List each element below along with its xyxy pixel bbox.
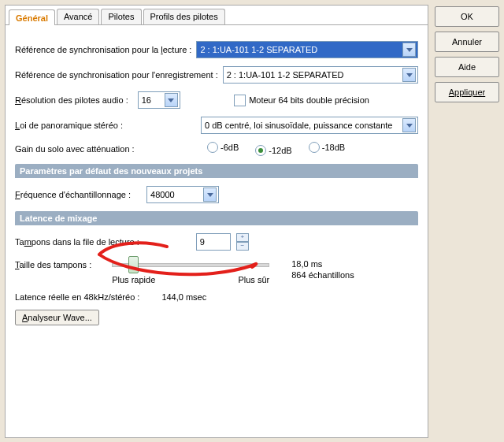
section-mix-latency: Latence de mixage — [15, 211, 418, 225]
tab-bar: Général Avancé Pilotes Profils des pilot… — [6, 6, 428, 25]
pan-law-value: 0 dB centré, loi sinusoïdale, puissance … — [205, 121, 392, 130]
record-sync-label: Référence de synchronisation pour l'enre… — [15, 70, 218, 80]
engine-64bit-label: Moteur 64 bits double précision — [249, 95, 369, 105]
main-panel: Général Avancé Pilotes Profils des pilot… — [5, 5, 428, 438]
tab-advanced[interactable]: Avancé — [57, 9, 100, 24]
buffer-size-slider[interactable] — [112, 263, 269, 267]
slider-thumb[interactable] — [128, 256, 139, 273]
sample-rate-label: Fréquence d'échantillonnage : — [15, 190, 131, 199]
buffer-faster-label: Plus rapide — [112, 275, 155, 284]
buffer-samples-label: 864 échantillons — [291, 269, 354, 280]
buffer-size-label: Taille des tampons : — [15, 260, 91, 269]
record-sync-select[interactable]: 2 : 1:UA-101 1-2 SEPARATED — [223, 66, 418, 84]
cancel-button[interactable]: Annuler — [435, 32, 499, 52]
side-buttons: OK Annuler Aide Appliquer — [435, 5, 499, 438]
queue-buffers-spinner[interactable]: +− — [236, 233, 249, 251]
tab-profiles[interactable]: Profils des pilotes — [143, 9, 225, 24]
bit-depth-value: 16 — [142, 95, 151, 105]
engine-64bit-checkbox[interactable]: Moteur 64 bits double précision — [234, 95, 369, 106]
section-project-defaults: Paramètres par défaut des nouveaux proje… — [15, 164, 418, 178]
chevron-down-icon — [402, 43, 416, 57]
chevron-down-icon — [165, 93, 178, 107]
pan-law-select[interactable]: 0 dB centré, loi sinusoïdale, puissance … — [201, 117, 418, 134]
buffer-safer-label: Plus sûr — [238, 275, 269, 284]
apply-button[interactable]: Appliquer — [435, 82, 499, 102]
chevron-down-icon — [203, 188, 217, 202]
playback-sync-label: Référence de synchronisation pour la lec… — [15, 45, 191, 54]
wave-analyser-button[interactable]: Analyseur Wave... — [15, 310, 99, 325]
chevron-down-icon — [402, 68, 416, 82]
solo-gain-radio-6db[interactable]: -6dB — [207, 142, 239, 153]
record-sync-value: 2 : 1:UA-101 1-2 SEPARATED — [227, 70, 344, 80]
playback-sync-value: 2 : 1:UA-101 1-2 SEPARATED — [200, 45, 317, 54]
solo-gain-radio-18db[interactable]: -18dB — [309, 142, 345, 153]
tab-general[interactable]: Général — [9, 9, 55, 25]
queue-buffers-input[interactable]: 9 — [196, 233, 231, 251]
queue-buffers-label: Tampons dans la file de lecture : — [15, 237, 139, 247]
ok-button[interactable]: OK — [435, 6, 499, 27]
bit-depth-label: Résolution des pilotes audio : — [15, 95, 128, 105]
effective-latency-value: 144,0 msec — [161, 292, 206, 302]
playback-sync-select[interactable]: 2 : 1:UA-101 1-2 SEPARATED — [196, 41, 418, 58]
pan-law-label: Loi de panoramique stéréo : — [15, 121, 123, 130]
solo-gain-radio-12db[interactable]: -12dB — [255, 145, 291, 156]
solo-gain-label: Gain du solo avec atténuation : — [15, 144, 135, 154]
chevron-down-icon — [402, 118, 416, 132]
bit-depth-select[interactable]: 16 — [138, 91, 180, 109]
buffer-ms-label: 18,0 ms — [291, 258, 354, 269]
help-button[interactable]: Aide — [435, 57, 499, 77]
sample-rate-select[interactable]: 48000 — [146, 186, 219, 203]
tab-drivers[interactable]: Pilotes — [101, 9, 141, 24]
sample-rate-value: 48000 — [150, 190, 175, 199]
checkbox-icon — [234, 95, 246, 106]
effective-latency-label: Latence réelle en 48kHz/stéréo : — [15, 292, 139, 302]
spin-up-icon[interactable]: + — [236, 233, 249, 242]
solo-gain-group: -6dB -12dB -18dB — [207, 142, 418, 156]
spin-down-icon[interactable]: − — [236, 242, 249, 251]
